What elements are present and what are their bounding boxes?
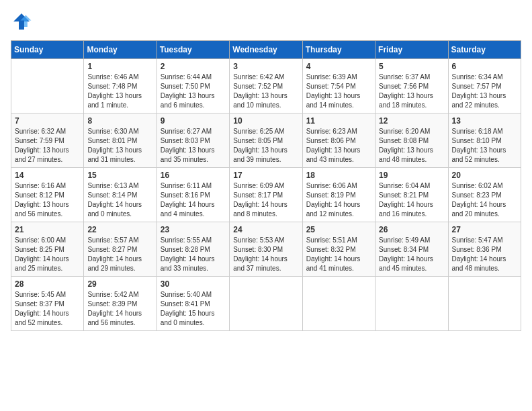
calendar-cell: 19 Sunrise: 6:04 AM Sunset: 8:21 PM Dayl… <box>375 168 448 222</box>
calendar-cell: 18 Sunrise: 6:06 AM Sunset: 8:19 PM Dayl… <box>302 168 375 222</box>
day-info: Sunrise: 5:42 AM Sunset: 8:39 PM Dayligh… <box>87 290 152 328</box>
calendar-cell <box>230 277 302 331</box>
day-info: Sunrise: 6:02 AM Sunset: 8:23 PM Dayligh… <box>452 181 517 219</box>
day-info: Sunrise: 6:39 AM Sunset: 7:54 PM Dayligh… <box>306 73 371 110</box>
day-info: Sunrise: 5:40 AM Sunset: 8:41 PM Dayligh… <box>161 290 226 328</box>
calendar-cell: 28 Sunrise: 5:45 AM Sunset: 8:37 PM Dayl… <box>11 277 84 331</box>
day-number: 12 <box>379 116 444 126</box>
day-info: Sunrise: 6:06 AM Sunset: 8:19 PM Dayligh… <box>306 181 371 219</box>
day-number: 8 <box>87 116 152 126</box>
day-number: 7 <box>15 116 80 126</box>
calendar-cell: 10 Sunrise: 6:25 AM Sunset: 8:05 PM Dayl… <box>230 113 302 168</box>
calendar-cell: 12 Sunrise: 6:20 AM Sunset: 8:08 PM Dayl… <box>375 113 448 168</box>
day-number: 6 <box>452 62 517 71</box>
day-info: Sunrise: 6:46 AM Sunset: 7:48 PM Dayligh… <box>87 73 152 110</box>
calendar-cell: 25 Sunrise: 5:51 AM Sunset: 8:32 PM Dayl… <box>302 222 375 277</box>
day-number: 24 <box>233 225 298 234</box>
calendar-cell: 16 Sunrise: 6:11 AM Sunset: 8:16 PM Dayl… <box>157 168 229 222</box>
day-info: Sunrise: 5:53 AM Sunset: 8:30 PM Dayligh… <box>233 236 298 273</box>
day-number: 10 <box>233 116 298 126</box>
day-number: 27 <box>452 225 517 234</box>
calendar-body: 1 Sunrise: 6:46 AM Sunset: 7:48 PM Dayli… <box>11 59 521 331</box>
weekday-header: Saturday <box>448 41 521 59</box>
calendar-cell: 27 Sunrise: 5:47 AM Sunset: 8:36 PM Dayl… <box>448 222 521 277</box>
calendar-cell <box>375 277 448 331</box>
day-info: Sunrise: 6:42 AM Sunset: 7:52 PM Dayligh… <box>233 73 298 110</box>
day-number: 30 <box>161 279 226 289</box>
weekday-header: Tuesday <box>157 41 229 59</box>
day-info: Sunrise: 6:44 AM Sunset: 7:50 PM Dayligh… <box>161 73 226 110</box>
calendar-header: SundayMondayTuesdayWednesdayThursdayFrid… <box>11 41 521 59</box>
day-info: Sunrise: 5:51 AM Sunset: 8:32 PM Dayligh… <box>306 236 371 273</box>
calendar-cell: 14 Sunrise: 6:16 AM Sunset: 8:12 PM Dayl… <box>11 168 84 222</box>
day-info: Sunrise: 6:00 AM Sunset: 8:25 PM Dayligh… <box>15 236 80 273</box>
day-number: 11 <box>306 116 371 126</box>
calendar-cell: 7 Sunrise: 6:32 AM Sunset: 7:59 PM Dayli… <box>11 113 84 168</box>
day-number: 22 <box>87 225 152 234</box>
day-info: Sunrise: 6:11 AM Sunset: 8:16 PM Dayligh… <box>161 181 226 219</box>
calendar-cell: 24 Sunrise: 5:53 AM Sunset: 8:30 PM Dayl… <box>230 222 302 277</box>
calendar-cell: 8 Sunrise: 6:30 AM Sunset: 8:01 PM Dayli… <box>84 113 157 168</box>
page-header <box>11 11 521 32</box>
day-number: 20 <box>452 171 517 180</box>
calendar-cell: 26 Sunrise: 5:49 AM Sunset: 8:34 PM Dayl… <box>375 222 448 277</box>
day-info: Sunrise: 5:57 AM Sunset: 8:27 PM Dayligh… <box>87 236 152 273</box>
day-number: 3 <box>233 62 298 71</box>
day-number: 13 <box>452 116 517 126</box>
calendar-cell: 3 Sunrise: 6:42 AM Sunset: 7:52 PM Dayli… <box>230 59 302 113</box>
weekday-header: Wednesday <box>230 41 302 59</box>
weekday-header: Friday <box>375 41 448 59</box>
calendar-cell: 29 Sunrise: 5:42 AM Sunset: 8:39 PM Dayl… <box>84 277 157 331</box>
calendar-week-row: 21 Sunrise: 6:00 AM Sunset: 8:25 PM Dayl… <box>11 222 521 277</box>
calendar-cell: 6 Sunrise: 6:34 AM Sunset: 7:57 PM Dayli… <box>448 59 521 113</box>
day-number: 28 <box>15 279 80 289</box>
calendar-week-row: 1 Sunrise: 6:46 AM Sunset: 7:48 PM Dayli… <box>11 59 521 113</box>
day-info: Sunrise: 5:49 AM Sunset: 8:34 PM Dayligh… <box>379 236 444 273</box>
day-number: 5 <box>379 62 444 71</box>
calendar-cell: 23 Sunrise: 5:55 AM Sunset: 8:28 PM Dayl… <box>157 222 229 277</box>
day-info: Sunrise: 6:30 AM Sunset: 8:01 PM Dayligh… <box>87 127 152 165</box>
weekday-header: Sunday <box>11 41 84 59</box>
day-info: Sunrise: 6:20 AM Sunset: 8:08 PM Dayligh… <box>379 127 444 165</box>
calendar-cell: 22 Sunrise: 5:57 AM Sunset: 8:27 PM Dayl… <box>84 222 157 277</box>
calendar-cell: 21 Sunrise: 6:00 AM Sunset: 8:25 PM Dayl… <box>11 222 84 277</box>
day-info: Sunrise: 6:23 AM Sunset: 8:06 PM Dayligh… <box>306 127 371 165</box>
day-number: 19 <box>379 171 444 180</box>
day-info: Sunrise: 6:04 AM Sunset: 8:21 PM Dayligh… <box>379 181 444 219</box>
day-info: Sunrise: 5:55 AM Sunset: 8:28 PM Dayligh… <box>161 236 226 273</box>
calendar-cell: 11 Sunrise: 6:23 AM Sunset: 8:06 PM Dayl… <box>302 113 375 168</box>
weekday-header: Thursday <box>302 41 375 59</box>
weekday-header: Monday <box>84 41 157 59</box>
day-number: 23 <box>161 225 226 234</box>
day-info: Sunrise: 5:47 AM Sunset: 8:36 PM Dayligh… <box>452 236 517 273</box>
day-number: 21 <box>15 225 80 234</box>
day-number: 2 <box>161 62 226 71</box>
calendar-table: SundayMondayTuesdayWednesdayThursdayFrid… <box>11 40 521 331</box>
day-number: 26 <box>379 225 444 234</box>
day-number: 17 <box>233 171 298 180</box>
logo <box>11 11 35 32</box>
day-number: 18 <box>306 171 371 180</box>
day-info: Sunrise: 6:16 AM Sunset: 8:12 PM Dayligh… <box>15 181 80 219</box>
day-number: 4 <box>306 62 371 71</box>
calendar-cell <box>448 277 521 331</box>
day-info: Sunrise: 5:45 AM Sunset: 8:37 PM Dayligh… <box>15 290 80 328</box>
day-info: Sunrise: 6:37 AM Sunset: 7:56 PM Dayligh… <box>379 73 444 110</box>
calendar-cell: 20 Sunrise: 6:02 AM Sunset: 8:23 PM Dayl… <box>448 168 521 222</box>
day-number: 15 <box>87 171 152 180</box>
calendar-cell: 5 Sunrise: 6:37 AM Sunset: 7:56 PM Dayli… <box>375 59 448 113</box>
calendar-week-row: 7 Sunrise: 6:32 AM Sunset: 7:59 PM Dayli… <box>11 113 521 168</box>
day-info: Sunrise: 6:13 AM Sunset: 8:14 PM Dayligh… <box>87 181 152 219</box>
day-number: 1 <box>87 62 152 71</box>
weekday-row: SundayMondayTuesdayWednesdayThursdayFrid… <box>11 41 521 59</box>
logo-icon <box>11 11 32 32</box>
day-number: 14 <box>15 171 80 180</box>
calendar-cell <box>302 277 375 331</box>
calendar-week-row: 14 Sunrise: 6:16 AM Sunset: 8:12 PM Dayl… <box>11 168 521 222</box>
day-info: Sunrise: 6:25 AM Sunset: 8:05 PM Dayligh… <box>233 127 298 165</box>
day-info: Sunrise: 6:32 AM Sunset: 7:59 PM Dayligh… <box>15 127 80 165</box>
day-number: 25 <box>306 225 371 234</box>
day-number: 29 <box>87 279 152 289</box>
calendar-cell: 1 Sunrise: 6:46 AM Sunset: 7:48 PM Dayli… <box>84 59 157 113</box>
calendar-cell: 9 Sunrise: 6:27 AM Sunset: 8:03 PM Dayli… <box>157 113 229 168</box>
